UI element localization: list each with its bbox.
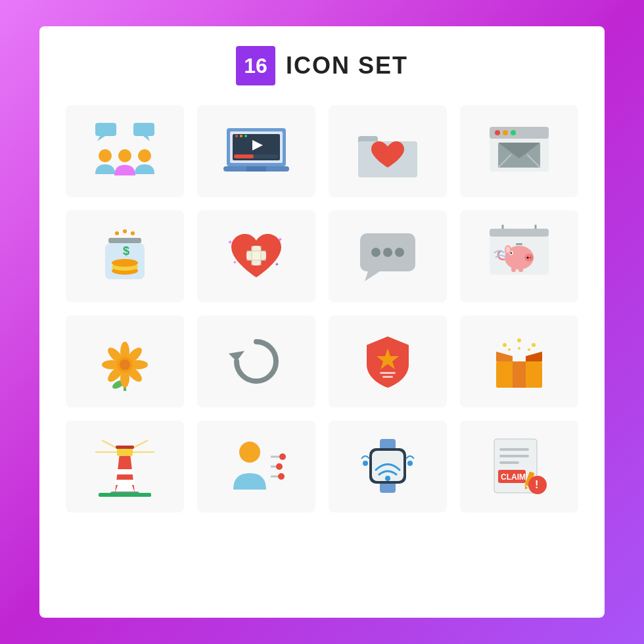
svg-point-90: [508, 348, 511, 351]
svg-point-23: [503, 130, 508, 135]
icon-savings-jar: $: [66, 210, 184, 302]
svg-rect-17: [246, 166, 266, 172]
svg-point-13: [235, 135, 238, 137]
svg-text:✦: ✦: [275, 262, 279, 267]
svg-point-5: [118, 149, 131, 162]
svg-rect-66: [518, 265, 523, 272]
svg-rect-101: [116, 469, 134, 474]
svg-text:$: $: [123, 244, 129, 258]
svg-point-62: [524, 254, 534, 262]
svg-point-87: [503, 343, 507, 347]
svg-point-14: [240, 135, 242, 137]
svg-marker-1: [97, 136, 105, 141]
svg-point-91: [528, 348, 530, 351]
icon-smartwatch-wifi: [329, 421, 447, 513]
icon-people-chat: [66, 105, 184, 197]
svg-text:✦: ✦: [277, 236, 283, 243]
svg-rect-122: [499, 448, 529, 451]
svg-rect-0: [95, 123, 116, 136]
main-card: 16 ICON SET: [39, 26, 605, 618]
svg-point-50: [371, 248, 380, 257]
svg-rect-11: [234, 154, 254, 158]
svg-point-108: [279, 453, 286, 460]
svg-rect-86: [513, 361, 526, 388]
svg-point-106: [239, 442, 260, 463]
icon-budget-board: [460, 210, 578, 302]
icon-count: 16: [236, 46, 275, 85]
svg-marker-80: [229, 351, 244, 361]
svg-point-61: [506, 246, 510, 253]
svg-point-79: [120, 359, 130, 370]
svg-point-51: [383, 248, 392, 257]
svg-rect-67: [516, 243, 522, 245]
svg-rect-29: [108, 238, 141, 243]
svg-rect-103: [116, 446, 134, 449]
icon-heart-bandage: ✦ ✦ ✦ ✦: [197, 210, 315, 302]
icon-browser-mail: [460, 105, 578, 197]
svg-rect-105: [99, 493, 151, 497]
svg-point-15: [244, 135, 247, 137]
svg-point-63: [527, 257, 529, 259]
icon-chat-bubble: [329, 210, 447, 302]
page-title: ICON SET: [286, 52, 408, 80]
svg-text:CLAIM: CLAIM: [501, 472, 526, 482]
svg-rect-123: [499, 455, 529, 457]
svg-point-112: [278, 473, 285, 480]
svg-rect-124: [499, 461, 519, 464]
icon-open-box: [460, 315, 578, 407]
icon-lighthouse: [66, 421, 184, 513]
svg-point-22: [495, 130, 500, 135]
svg-point-110: [276, 463, 283, 470]
svg-point-117: [385, 476, 390, 481]
svg-point-24: [511, 130, 516, 135]
icon-claim-document: CLAIM !: [460, 421, 578, 513]
svg-point-4: [99, 149, 112, 162]
svg-point-89: [532, 343, 536, 347]
svg-text:!: !: [535, 479, 538, 490]
svg-point-88: [517, 338, 521, 342]
icon-laptop-video: [197, 105, 315, 197]
header: 16 ICON SET: [236, 46, 408, 85]
svg-text:✦: ✦: [233, 260, 237, 265]
svg-rect-82: [380, 372, 396, 374]
icons-grid: $ ✦ ✦ ✦ ✦: [66, 105, 578, 513]
svg-point-119: [407, 461, 413, 466]
svg-marker-3: [143, 136, 150, 141]
svg-point-64: [530, 257, 532, 259]
icon-folder-heart: [329, 105, 447, 197]
svg-point-37: [115, 231, 119, 235]
icon-person-search: [197, 421, 315, 513]
svg-rect-83: [382, 376, 393, 378]
svg-point-33: [112, 259, 138, 267]
svg-point-36: [131, 231, 135, 235]
svg-point-118: [363, 461, 368, 466]
svg-text:✦: ✦: [227, 239, 233, 246]
svg-rect-100: [115, 480, 135, 485]
icon-flower: [66, 315, 184, 407]
svg-marker-49: [365, 271, 380, 281]
svg-point-92: [518, 347, 520, 350]
svg-point-6: [138, 149, 151, 162]
svg-point-35: [123, 229, 127, 233]
svg-point-52: [395, 248, 404, 257]
svg-rect-65: [511, 265, 516, 272]
svg-rect-54: [490, 229, 549, 237]
svg-rect-39: [252, 246, 261, 265]
icon-refresh: [197, 315, 315, 407]
icon-badge-star: [329, 315, 447, 407]
svg-rect-2: [133, 123, 154, 136]
